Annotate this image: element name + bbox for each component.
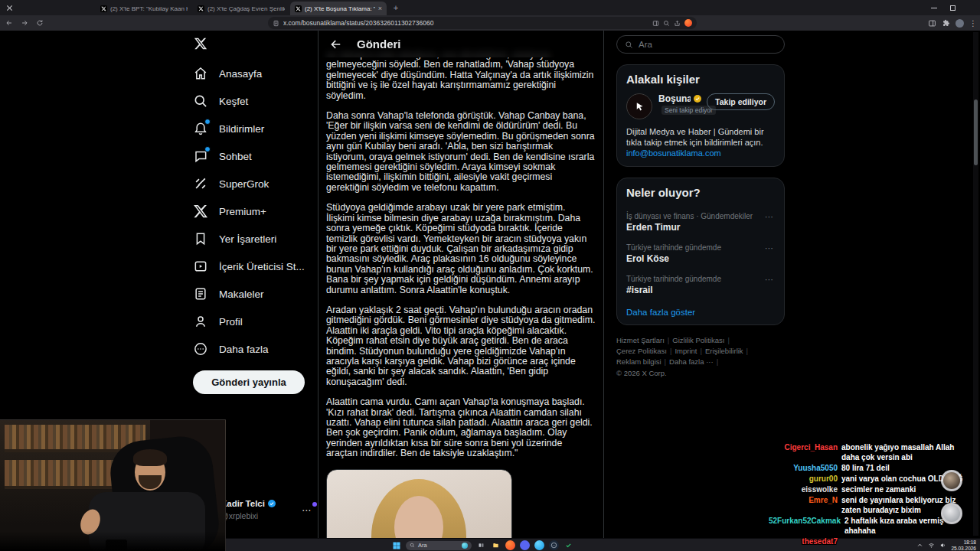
sidebar-toggle-icon[interactable] [928,19,936,28]
extensions-puzzle-icon[interactable] [942,19,950,28]
window-close-button[interactable] [0,0,18,15]
brave-shield-icon[interactable] [684,19,692,27]
relevant-people-card: Alakalı kişiler Boşuna Tıkla... @bosunat… [616,64,785,167]
sidebar-item-anasayfa[interactable]: Anasayfa [188,60,311,87]
sidebar-item-makaleler[interactable]: Makaleler [188,280,311,308]
overlay-widget-1[interactable] [941,470,962,491]
post-paragraph: Alaattin cama vurdu. Camı açan Vahap'la … [326,397,596,458]
profile-avatar[interactable] [956,19,964,28]
url-text: x.com/bosunatiklama/status/2036326011302… [283,19,648,27]
url-bar[interactable]: x.com/bosunatiklama/status/2036326011302… [268,17,697,29]
post-image[interactable] [326,469,512,538]
account-names: Kadir Telci @xrplebixi [220,499,276,522]
sidebar-item-bildirimler[interactable]: Bildirimler [188,115,311,142]
whats-happening-card: Neler oluyor? İş dünyası ve finans · Gün… [616,178,785,325]
search-input[interactable]: Ara [616,35,785,54]
x-logo[interactable] [194,37,207,51]
chat-username: eisswolke [769,484,838,494]
steam-icon[interactable] [549,540,559,550]
page-title: Gönderi [357,37,401,51]
brave-icon[interactable] [505,540,515,550]
post-paragraph: Stüdyoya geldiğimde arabayı uzak bir yer… [326,203,596,295]
footer-link[interactable]: Çerez Politikası [616,346,671,357]
post-button[interactable]: Gönderi yayınla [193,370,305,394]
start-button-icon[interactable] [392,541,401,550]
post-paragraph: Daha sonra Vahap'la telefonda görüştük. … [326,111,596,193]
share-icon[interactable] [674,20,681,27]
reload-button[interactable] [34,17,46,29]
post-paragraph: Aradan yaklaşık 2 saat geçti. Vahap'ın b… [326,305,596,387]
search-icon [193,93,208,109]
browser-tab-2[interactable]: (2) X'te Çağdaş Evren Şenlik: "#SON [193,2,289,15]
post-text: ve Vahap'ın kötü olduğunu, eve döndüğünü… [326,50,596,538]
taskbar-search[interactable]: Ara [406,541,472,550]
account-name: Kadir Telci [220,499,265,508]
browser-tab-3-active[interactable]: (2) X'te Boşuna Tıklama: "Tutukl × [290,2,387,15]
search-icon [625,41,633,49]
footer-link[interactable]: Hizmet Şartları [616,335,669,346]
scrollbar-thumb[interactable] [974,99,978,165]
page-info-icon[interactable] [273,20,279,27]
show-more-link[interactable]: Daha fazla göster [626,308,775,317]
telegram-icon[interactable] [534,540,544,550]
file-explorer-icon[interactable] [491,540,501,550]
relevant-user-row[interactable]: Boşuna Tıkla... @bosunatiklama Seni taki… [626,93,775,119]
window-minimize-button[interactable] [925,0,943,15]
trend-item[interactable]: Türkiye tarihinde gündemde Erol Köse ⋯ [626,238,775,269]
bosuna-tiklama-avatar[interactable] [626,93,652,119]
sidebar-item-yer-isaretleri[interactable]: Yer İşaretleri [188,225,311,253]
account-more-icon[interactable]: ⋯ [302,505,311,516]
account-handle: @xrplebixi [220,511,258,520]
tab-title: (2) X'te BPT: "Kubilay Kaan Kundakç [110,5,188,12]
search-placeholder: Ara [639,40,652,49]
article-icon [193,286,208,302]
trend-options-icon[interactable]: ⋯ [765,275,773,285]
browser-menu-icon[interactable]: ⋮ [969,19,977,28]
bell-icon [193,121,208,136]
user-name: Boşuna Tıkla... [658,93,691,104]
sidebar-item-premium[interactable]: Premium+ [188,197,311,225]
sidebar-item-kesfet[interactable]: Keşfet [188,87,311,115]
bio-email-link[interactable]: info@bosunatiklama.com [626,148,721,158]
trend-item[interactable]: Türkiye tarihinde gündemde #israil ⋯ [626,269,775,301]
trend-options-icon[interactable]: ⋯ [765,243,773,253]
sidebar-item-sohbet[interactable]: Sohbet [188,142,311,170]
sidebar-item-daha-fazla[interactable]: Daha fazla [188,335,311,363]
tab-close-icon[interactable]: × [378,5,382,12]
zoom-icon[interactable] [663,20,670,27]
trend-topic: Erden Timur [626,222,775,233]
notification-badge [204,119,211,125]
forward-button[interactable] [18,17,31,29]
sidebar-item-icerik-ureticisi[interactable]: İçerik Üreticisi St... [188,253,311,280]
footer-link[interactable]: Erişilebilirlik [705,346,748,357]
window-maximize-button[interactable] [943,0,962,15]
chat-message: Yuusha5050 80 lira 71 deil [769,463,969,473]
new-tab-button[interactable]: + [390,3,401,14]
sidebar-item-supergrok[interactable]: SuperGrok [188,170,311,197]
chat-message: thesedat7 [769,536,969,546]
footer-link[interactable]: Imprint [675,346,702,357]
browser-tab-1[interactable]: (2) X'te BPT: "Kubilay Kaan Kundakç [96,2,192,15]
footer-link[interactable]: Daha fazla ··· [669,357,718,367]
reader-mode-icon[interactable] [652,20,659,27]
discord-icon[interactable] [520,540,530,550]
back-button[interactable] [3,17,15,29]
chat-username: Emre_N [769,495,838,505]
task-view-icon[interactable] [476,540,486,550]
check-app-icon[interactable] [564,540,573,550]
trend-topic: #israil [626,285,775,295]
trend-options-icon[interactable]: ⋯ [765,212,773,222]
x-left-nav: Anasayfa Keşfet Bildirimler Sohbet Super… [188,60,311,394]
page-scrollbar[interactable] [973,32,978,536]
back-arrow-icon[interactable] [329,37,343,51]
trend-item[interactable]: İş dünyası ve finans · Gündemdekiler Erd… [626,207,775,238]
footer-link[interactable]: Gizlilik Politikası [672,335,730,346]
post-column: Gönderi ve Vahap'ın kötü olduğunu, eve d… [318,31,604,538]
footer-link[interactable]: Reklam bilgisi [616,357,666,367]
browser-toolbar-right: ⋮ [928,15,977,31]
sidebar-item-profil[interactable]: Profil [188,308,311,335]
overlay-widget-2[interactable] [941,503,962,524]
chat-text: abonelik yağıyo masallah Allah daha çok … [841,442,969,462]
following-button[interactable]: Takip ediliyor [707,93,775,110]
trend-category: Türkiye tarihinde gündemde [626,275,775,283]
